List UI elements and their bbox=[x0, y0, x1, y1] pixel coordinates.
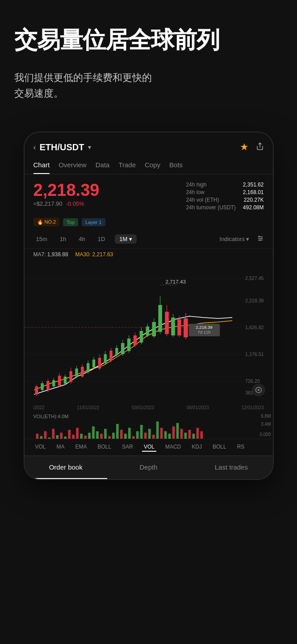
tf-4h[interactable]: 4h bbox=[76, 235, 88, 243]
svg-point-6 bbox=[259, 239, 260, 241]
svg-rect-108 bbox=[152, 435, 155, 439]
svg-text:1,176.51: 1,176.51 bbox=[245, 352, 264, 357]
date-3: 03/01/2023 bbox=[132, 405, 154, 410]
vol-label: 24h vol (ETH) bbox=[186, 197, 219, 203]
svg-rect-107 bbox=[148, 429, 151, 439]
svg-rect-82 bbox=[48, 438, 50, 439]
date-5: 12/01/2023 bbox=[241, 405, 264, 410]
turnover-label: 24h turnover (USDT) bbox=[186, 204, 235, 211]
tf-1d[interactable]: 1D bbox=[95, 235, 108, 243]
tab-trade[interactable]: Trade bbox=[118, 157, 136, 174]
svg-rect-96 bbox=[104, 429, 107, 439]
tag-no2: 🔥 NO.2 bbox=[33, 218, 60, 226]
tf-1m[interactable]: 1M ▾ bbox=[115, 234, 137, 244]
svg-rect-99 bbox=[116, 424, 119, 439]
indicator-tabs: VOL MA EMA BOLL SAR VOL MACD KDJ BOLL RS bbox=[25, 439, 273, 456]
vol-value: 220.27K bbox=[244, 197, 264, 203]
back-button[interactable]: ‹ bbox=[33, 143, 36, 152]
tags-row: 🔥 NO.2 Top Layer 1 bbox=[25, 214, 273, 230]
svg-rect-95 bbox=[100, 434, 103, 439]
svg-text:2,218.39: 2,218.39 bbox=[196, 325, 212, 330]
price-section: 2,218.39 ≈$2,217.90 -0.05% 24h high 2,35… bbox=[25, 174, 273, 214]
volume-chart: VOL(ETH):4.0M 6.8M 3.4M 0.000 bbox=[25, 412, 273, 439]
share-icon[interactable] bbox=[256, 142, 264, 153]
svg-text:2,527.45: 2,527.45 bbox=[245, 276, 264, 281]
svg-rect-94 bbox=[96, 431, 99, 439]
svg-rect-115 bbox=[180, 429, 183, 439]
tf-1h[interactable]: 1h bbox=[57, 235, 69, 243]
ind-sar[interactable]: SAR bbox=[120, 443, 135, 452]
ma30-label: MA30: 2,217.63 bbox=[75, 251, 113, 258]
svg-rect-98 bbox=[112, 433, 115, 439]
svg-text:726.20: 726.20 bbox=[245, 379, 259, 384]
high-value: 2,351.62 bbox=[243, 182, 264, 188]
nav-tabs: Chart Overview Data Trade Copy Bots bbox=[25, 157, 273, 174]
svg-rect-102 bbox=[128, 428, 131, 439]
svg-rect-110 bbox=[160, 428, 163, 439]
candlestick-chart[interactable]: 2,717.43 2,527.45 2,218.39 1,626.82 1,17… bbox=[25, 260, 273, 403]
price-stats: 24h high 2,351.62 24h low 2,168.01 24h v… bbox=[186, 182, 264, 211]
tab-chart[interactable]: Chart bbox=[33, 157, 50, 174]
vol-max: 6.8M bbox=[261, 414, 271, 419]
indicators-button[interactable]: Indicators ▾ bbox=[220, 236, 250, 242]
svg-rect-113 bbox=[172, 427, 175, 439]
svg-rect-117 bbox=[188, 430, 191, 439]
tab-order-book[interactable]: Order book bbox=[25, 456, 107, 479]
svg-rect-105 bbox=[140, 425, 142, 439]
ind-boll2[interactable]: BOLL bbox=[211, 443, 228, 452]
ind-ema[interactable]: EMA bbox=[74, 443, 89, 452]
ind-vol2[interactable]: VOL bbox=[142, 443, 156, 452]
pair-dropdown-icon[interactable]: ▾ bbox=[88, 144, 91, 151]
ind-boll[interactable]: BOLL bbox=[96, 443, 113, 452]
svg-rect-101 bbox=[124, 434, 127, 439]
low-value: 2,168.01 bbox=[243, 189, 264, 195]
main-price: 2,218.39 bbox=[33, 182, 177, 199]
tag-layer1: Layer 1 bbox=[82, 218, 105, 226]
ind-ma[interactable]: MA bbox=[55, 443, 67, 452]
tab-data[interactable]: Data bbox=[96, 157, 110, 174]
svg-rect-92 bbox=[88, 433, 91, 439]
hero-section: 交易量位居全球前列 我们提供更低的手续费和更快的交易速度。 bbox=[0, 0, 297, 110]
svg-rect-88 bbox=[72, 435, 75, 439]
timeframe-bar: 15m 1h 4h 1D 1M ▾ Indicators ▾ bbox=[25, 230, 273, 249]
svg-rect-79 bbox=[36, 434, 38, 439]
svg-rect-119 bbox=[196, 428, 199, 439]
tf-15m[interactable]: 15m bbox=[33, 235, 50, 243]
svg-rect-116 bbox=[184, 433, 187, 439]
tab-bots[interactable]: Bots bbox=[169, 157, 183, 174]
usd-price: ≈$2,217.90 bbox=[33, 200, 63, 207]
svg-rect-91 bbox=[84, 436, 87, 439]
tab-overview[interactable]: Overview bbox=[59, 157, 87, 174]
svg-rect-84 bbox=[56, 435, 59, 439]
ma-info: MA7: 1,938.88 MA30: 2,217.63 bbox=[25, 249, 273, 260]
tab-last-trades[interactable]: Last trades bbox=[190, 456, 272, 479]
svg-text:7d 11h: 7d 11h bbox=[197, 330, 210, 335]
svg-rect-97 bbox=[108, 436, 111, 439]
svg-rect-86 bbox=[64, 436, 67, 439]
tab-copy[interactable]: Copy bbox=[145, 157, 160, 174]
svg-rect-106 bbox=[144, 433, 146, 439]
svg-rect-103 bbox=[132, 436, 134, 439]
date-1: /2022 bbox=[33, 405, 45, 410]
price-change: -0.05% bbox=[66, 200, 84, 207]
trading-pair: ETH/USDT bbox=[40, 142, 84, 153]
svg-rect-90 bbox=[80, 434, 83, 439]
turnover-value: 492.08M bbox=[243, 204, 264, 211]
svg-rect-83 bbox=[52, 429, 54, 439]
favorite-icon[interactable]: ★ bbox=[240, 141, 249, 153]
tab-depth[interactable]: Depth bbox=[107, 456, 190, 479]
svg-rect-87 bbox=[68, 430, 71, 439]
tag-top: Top bbox=[63, 218, 78, 226]
ind-macd[interactable]: MACD bbox=[163, 443, 183, 452]
chart-settings-icon[interactable] bbox=[257, 235, 264, 244]
ind-vol[interactable]: VOL bbox=[33, 443, 48, 452]
vol-zero: 0.000 bbox=[259, 432, 271, 437]
svg-rect-89 bbox=[76, 428, 79, 439]
ind-kdj[interactable]: KDJ bbox=[190, 443, 204, 452]
svg-point-4 bbox=[259, 236, 260, 237]
svg-text:1,626.82: 1,626.82 bbox=[245, 325, 264, 330]
svg-rect-85 bbox=[60, 433, 63, 439]
svg-rect-104 bbox=[136, 431, 138, 439]
ind-rs[interactable]: RS bbox=[235, 443, 247, 452]
svg-rect-93 bbox=[92, 427, 95, 439]
